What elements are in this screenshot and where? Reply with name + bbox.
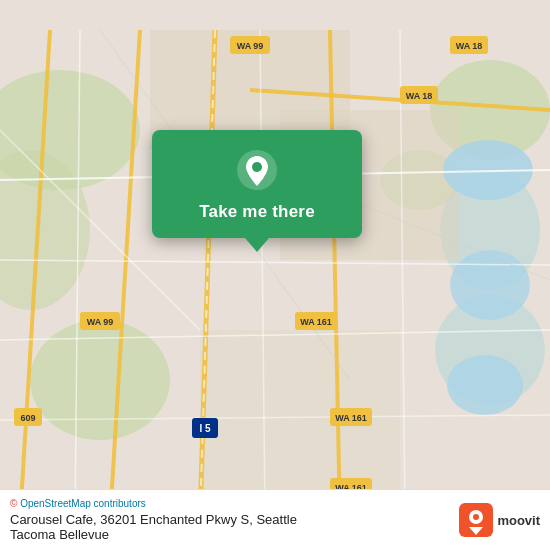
osm-icon: © xyxy=(10,498,17,509)
bottom-bar: © OpenStreetMap contributors Carousel Ca… xyxy=(0,489,550,550)
osm-link[interactable]: OpenStreetMap contributors xyxy=(20,498,146,509)
svg-text:WA 18: WA 18 xyxy=(406,91,433,101)
moovit-text: moovit xyxy=(497,513,540,528)
location-sub: Tacoma Bellevue xyxy=(10,527,109,542)
location-text: Carousel Cafe, 36201 Enchanted Pkwy S, S… xyxy=(10,512,297,542)
location-main: Carousel Cafe, 36201 Enchanted Pkwy S, S… xyxy=(10,512,297,527)
map-container: WA 99 WA 18 WA 18 WA 99 WA 161 WA 161 WA… xyxy=(0,0,550,550)
svg-text:WA 18: WA 18 xyxy=(456,41,483,51)
moovit-icon xyxy=(459,503,493,537)
moovit-logo: moovit xyxy=(459,503,540,537)
svg-text:WA 161: WA 161 xyxy=(300,317,332,327)
popup-card: Take me there xyxy=(152,130,362,238)
map-svg: WA 99 WA 18 WA 18 WA 99 WA 161 WA 161 WA… xyxy=(0,0,550,550)
svg-text:WA 99: WA 99 xyxy=(237,41,264,51)
svg-point-12 xyxy=(450,250,530,320)
svg-text:WA 99: WA 99 xyxy=(87,317,114,327)
svg-point-52 xyxy=(473,514,479,520)
svg-point-13 xyxy=(447,355,523,415)
svg-text:I 5: I 5 xyxy=(199,423,211,434)
svg-point-49 xyxy=(252,162,262,172)
svg-text:609: 609 xyxy=(20,413,35,423)
take-me-there-button[interactable]: Take me there xyxy=(199,202,315,222)
bottom-left-info: © OpenStreetMap contributors Carousel Ca… xyxy=(10,498,297,542)
svg-text:WA 161: WA 161 xyxy=(335,413,367,423)
osm-attribution: © OpenStreetMap contributors xyxy=(10,498,297,509)
location-pin-icon xyxy=(235,148,279,192)
